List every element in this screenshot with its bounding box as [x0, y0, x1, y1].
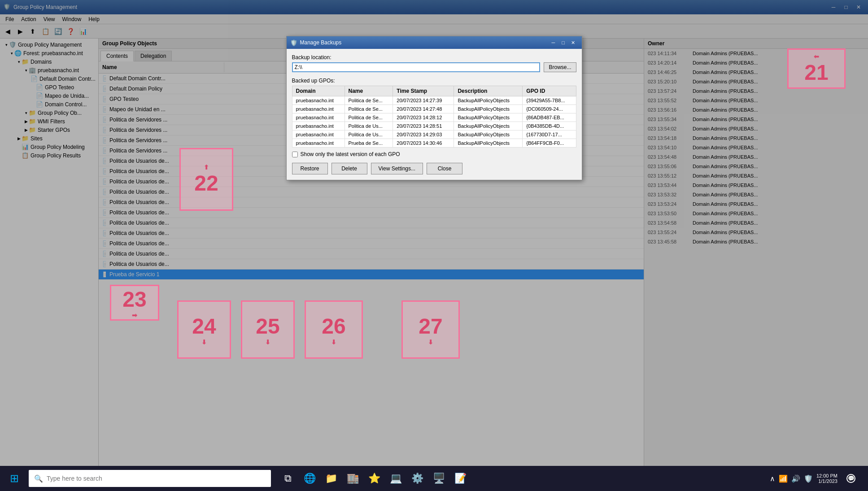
latest-version-checkbox[interactable]	[292, 152, 298, 157]
browse-button[interactable]: Browse...	[544, 62, 576, 72]
col-header-timestamp[interactable]: Time Stamp	[393, 86, 454, 96]
search-icon: 🔍	[34, 474, 43, 483]
taskbar-store-icon[interactable]: 🏬	[343, 469, 362, 488]
cell-gpo-id: {0B4385DB-4D...	[523, 122, 576, 130]
table-row[interactable]: pruebasnacho.int Politica de Se... 20/07…	[292, 105, 576, 113]
taskbar-right: ∧ 📶 🔊 🛡️ 12:00 PM 1/1/2023 💬	[770, 469, 864, 488]
cell-name: Politica de Se...	[345, 105, 393, 113]
table-row[interactable]: pruebasnacho.int Politica de Us... 20/07…	[292, 130, 576, 139]
col-header-domain[interactable]: Domain	[292, 86, 345, 96]
cell-domain: pruebasnacho.int	[292, 130, 345, 139]
cell-gpo-id: {B64FF9CB-F0...	[523, 139, 576, 148]
search-input[interactable]	[47, 475, 266, 482]
taskbar-notes-icon[interactable]: 📝	[450, 469, 470, 488]
notification-icon: 💬	[846, 474, 855, 483]
checkbox-row: Show only the latest version of each GPO	[292, 151, 576, 157]
dialog-title: Manage Backups	[300, 39, 549, 46]
cell-domain: pruebasnacho.int	[292, 105, 345, 113]
windows-logo: ⊞	[10, 472, 19, 485]
backup-location-row: Browse...	[292, 62, 576, 72]
taskbar-powershell-icon[interactable]: 💻	[386, 469, 406, 488]
dialog-body: Backup location: Browse... Backed up GPO…	[287, 49, 582, 180]
cell-description: BackupAllPolicyObjects	[454, 105, 523, 113]
dialog-overlay: 🛡️ Manage Backups ─ □ ✕ Backup location:…	[0, 0, 868, 491]
taskbar-files-icon[interactable]: 📁	[321, 469, 341, 488]
start-button[interactable]: ⊞	[4, 468, 25, 489]
table-row[interactable]: pruebasnacho.int Politica de Us... 20/07…	[292, 122, 576, 130]
taskbar-time: 12:00 PM 1/1/2023	[816, 473, 837, 484]
cell-name: Politica de Us...	[345, 130, 393, 139]
manage-backups-dialog: 🛡️ Manage Backups ─ □ ✕ Backup location:…	[286, 36, 582, 180]
cell-timestamp: 20/07/2023 14:27:48	[393, 105, 454, 113]
backup-location-label: Backup location:	[292, 54, 576, 61]
dialog-icon: 🛡️	[290, 39, 297, 46]
dialog-title-bar: 🛡️ Manage Backups ─ □ ✕	[287, 36, 582, 49]
cell-description: BackupAllPolicyObjects	[454, 113, 523, 122]
taskbar-notification-area: ∧	[770, 474, 775, 483]
col-header-name[interactable]: Name	[345, 86, 393, 96]
cell-gpo-id: {86ADB487-EB...	[523, 113, 576, 122]
taskbar-task-view[interactable]: ⧉	[278, 469, 298, 488]
taskbar-search-box[interactable]: 🔍	[29, 470, 271, 487]
backed-up-gpos-label: Backed up GPOs:	[292, 78, 576, 84]
dialog-maximize-button[interactable]: □	[558, 39, 568, 47]
restore-button[interactable]: Restore	[292, 163, 328, 174]
taskbar-security-icon[interactable]: 🛡️	[804, 474, 813, 483]
table-row[interactable]: pruebasnacho.int Politica de Se... 20/07…	[292, 113, 576, 122]
cell-timestamp: 20/07/2023 14:28:51	[393, 122, 454, 130]
taskbar: ⊞ 🔍 ⧉ 🌐 📁 🏬 ⭐ 💻 ⚙️ 🖥️ 📝 ∧ 📶 🔊 🛡️ 12:00 P…	[0, 466, 868, 491]
table-row[interactable]: pruebasnacho.int Prueba de Se... 20/07/2…	[292, 139, 576, 148]
cell-description: BackupAllPolicyObjects	[454, 122, 523, 130]
taskbar-server-icon[interactable]: 🖥️	[429, 469, 449, 488]
col-header-description[interactable]: Description	[454, 86, 523, 96]
close-button[interactable]: Close	[427, 163, 462, 174]
taskbar-volume-icon[interactable]: 🔊	[791, 474, 800, 483]
cell-description: BackupAllPolicyObjects	[454, 139, 523, 148]
taskbar-settings-icon[interactable]: ⚙️	[407, 469, 427, 488]
taskbar-network-icon[interactable]: 📶	[779, 474, 788, 483]
view-settings-button[interactable]: View Settings...	[371, 163, 423, 174]
cell-domain: pruebasnacho.int	[292, 122, 345, 130]
cell-timestamp: 20/07/2023 14:30:46	[393, 139, 454, 148]
cell-domain: pruebasnacho.int	[292, 113, 345, 122]
cell-name: Politica de Se...	[345, 113, 393, 122]
backed-up-gpos-table: Domain Name Time Stamp Description GPO I…	[292, 86, 576, 148]
cell-description: BackupAllPolicyObjects	[454, 130, 523, 139]
backup-location-input[interactable]	[292, 62, 541, 72]
cell-domain: pruebasnacho.int	[292, 96, 345, 105]
notification-button[interactable]: 💬	[841, 469, 861, 488]
cell-timestamp: 20/07/2023 14:27:39	[393, 96, 454, 105]
cell-domain: pruebasnacho.int	[292, 139, 345, 148]
taskbar-icons: ⧉ 🌐 📁 🏬 ⭐ 💻 ⚙️ 🖥️ 📝	[278, 469, 470, 488]
dialog-close-button[interactable]: ✕	[568, 39, 578, 47]
cell-gpo-id: {DC060509-24...	[523, 105, 576, 113]
dialog-minimize-button[interactable]: ─	[549, 39, 558, 47]
cell-name: Politica de Se...	[345, 96, 393, 105]
cell-gpo-id: {167730D7-17...	[523, 130, 576, 139]
delete-button[interactable]: Delete	[331, 163, 367, 174]
cell-description: BackupAllPolicyObjects	[454, 96, 523, 105]
cell-timestamp: 20/07/2023 14:29:03	[393, 130, 454, 139]
cell-timestamp: 20/07/2023 14:28:12	[393, 113, 454, 122]
taskbar-edge-icon[interactable]: 🌐	[300, 469, 319, 488]
taskbar-icon-gold[interactable]: ⭐	[364, 469, 384, 488]
col-header-gpo-id[interactable]: GPO ID	[523, 86, 576, 96]
cell-name: Prueba de Se...	[345, 139, 393, 148]
checkbox-label: Show only the latest version of each GPO	[301, 151, 400, 157]
table-row[interactable]: pruebasnacho.int Politica de Se... 20/07…	[292, 96, 576, 105]
dialog-button-row: Restore Delete View Settings... Close	[292, 163, 576, 174]
cell-name: Politica de Us...	[345, 122, 393, 130]
cell-gpo-id: {39429A55-7B8...	[523, 96, 576, 105]
